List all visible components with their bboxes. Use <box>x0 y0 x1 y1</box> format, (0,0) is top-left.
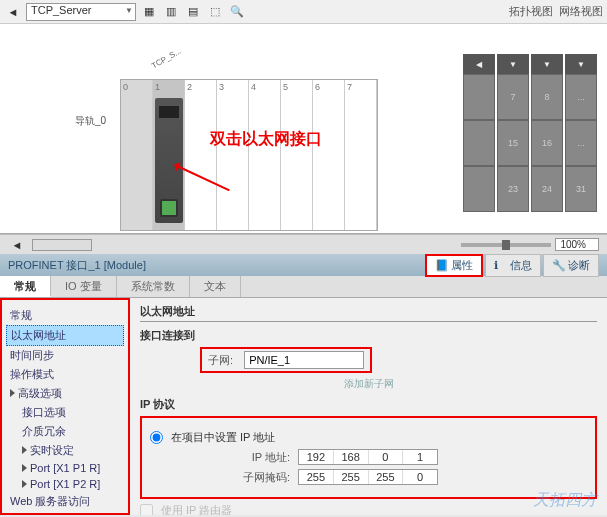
info-icon: ℹ <box>494 259 506 271</box>
collapse-left-icon[interactable]: ◄ <box>8 236 26 254</box>
expand-icon[interactable] <box>10 389 15 397</box>
slot-num: 1 <box>155 82 160 92</box>
side-cell: 8 <box>531 74 563 120</box>
slot-5[interactable]: 5 <box>281 80 313 230</box>
tree-item-realtime[interactable]: 实时设定 <box>6 441 124 460</box>
ip-address-input[interactable]: 192 168 0 1 <box>298 449 438 465</box>
tab-general[interactable]: 常规 <box>0 276 51 297</box>
toolbar-icon-5[interactable]: 🔍 <box>228 3 246 21</box>
section-title: 以太网地址 <box>140 304 597 322</box>
annotation-text: 双击以太网接口 <box>210 129 322 150</box>
ip-octet[interactable]: 192 <box>299 450 334 464</box>
tree-item-general[interactable]: 常规 <box>6 306 124 325</box>
slot-0[interactable]: 0 <box>121 80 153 230</box>
ip-project-radio[interactable] <box>150 431 163 444</box>
ip-label: IP 地址: <box>210 450 290 465</box>
ip-octet[interactable]: 0 <box>403 470 437 484</box>
device-rack: 0 1 2 3 4 5 6 7 <box>120 79 378 231</box>
ip-octet[interactable]: 255 <box>299 470 334 484</box>
slot-num: 5 <box>283 82 288 92</box>
tab-diagnostics[interactable]: 🔧诊断 <box>543 254 599 277</box>
tree-label: 高级选项 <box>18 387 62 399</box>
tree-item-advanced[interactable]: 高级选项 <box>6 384 124 403</box>
ip-octet[interactable]: 255 <box>334 470 369 484</box>
side-slot-table: ◀ ▼ 7 15 23 ▼ 8 16 24 ▼ ... ... 31 <box>463 54 597 212</box>
zoom-value[interactable]: 100% <box>555 238 599 251</box>
zoom-thumb[interactable] <box>502 240 510 250</box>
ip-octet[interactable]: 0 <box>369 450 404 464</box>
tab-properties[interactable]: 📘属性 <box>425 254 483 277</box>
side-cell: ... <box>565 74 597 120</box>
zoom-slider[interactable] <box>461 243 551 247</box>
mask-label: 子网掩码: <box>210 470 290 485</box>
tree-item-port1[interactable]: Port [X1 P1 R] <box>6 460 124 476</box>
tab-label: 诊断 <box>568 258 590 273</box>
expand-icon[interactable] <box>22 480 27 488</box>
tree-item-interface-options[interactable]: 接口选项 <box>6 403 124 422</box>
expand-icon[interactable] <box>22 446 27 454</box>
slot-1-cpu[interactable]: 1 <box>153 80 185 230</box>
side-header[interactable]: ▼ <box>565 54 597 74</box>
side-header[interactable]: ▼ <box>497 54 529 74</box>
side-cell: 7 <box>497 74 529 120</box>
side-cell: 16 <box>531 120 563 166</box>
tree-label: Port [X1 P1 R] <box>30 462 100 474</box>
tree-item-media-redundancy[interactable]: 介质冗余 <box>6 422 124 441</box>
nav-back-icon[interactable]: ◄ <box>4 3 22 21</box>
main-tab-strip: 常规 IO 变量 系统常数 文本 <box>0 276 607 298</box>
ip-octet[interactable]: 255 <box>369 470 404 484</box>
side-cell: ... <box>565 120 597 166</box>
device-view: TCP_S... 导轨_0 0 1 2 3 4 5 6 7 ◀ ▼ 7 15 2… <box>0 24 607 234</box>
content-pane: 以太网地址 接口连接到 子网: 添加新子网 IP 协议 在项目中设置 IP 地址… <box>130 298 607 515</box>
toolbar-icon-2[interactable]: ▥ <box>162 3 180 21</box>
zoom-bar: ◄ 100% <box>0 234 607 254</box>
device-select-dropdown[interactable]: TCP_Server <box>26 3 136 21</box>
tree-item-hwid[interactable]: 硬件标识符 <box>6 511 124 515</box>
view-topology-link[interactable]: 拓扑视图 <box>509 4 553 19</box>
slot-6[interactable]: 6 <box>313 80 345 230</box>
tree-item-webserver[interactable]: Web 服务器访问 <box>6 492 124 511</box>
ethernet-port-icon[interactable] <box>160 199 178 217</box>
toolbar-icon-1[interactable]: ▦ <box>140 3 158 21</box>
subnet-mask-input[interactable]: 255 255 255 0 <box>298 469 438 485</box>
subnet-input[interactable] <box>244 351 364 369</box>
slot-4[interactable]: 4 <box>249 80 281 230</box>
tree-item-port2[interactable]: Port [X1 P2 R] <box>6 476 124 492</box>
h-scrollbar[interactable] <box>32 239 92 251</box>
slot-num: 2 <box>187 82 192 92</box>
side-cell <box>463 120 495 166</box>
rail-label: 导轨_0 <box>75 114 106 128</box>
toolbar-icon-4[interactable]: ⬚ <box>206 3 224 21</box>
tab-label: 属性 <box>451 258 473 273</box>
subsection-ip: IP 协议 <box>140 397 597 412</box>
ip-octet[interactable]: 1 <box>403 450 437 464</box>
ip-project-label: 在项目中设置 IP 地址 <box>171 430 275 445</box>
cpu-screen-icon <box>159 106 179 118</box>
side-header[interactable]: ◀ <box>463 54 495 74</box>
tab-io-vars[interactable]: IO 变量 <box>51 276 117 297</box>
tab-text[interactable]: 文本 <box>190 276 241 297</box>
view-network-link[interactable]: 网络视图 <box>559 4 603 19</box>
side-header[interactable]: ▼ <box>531 54 563 74</box>
slot-2[interactable]: 2 <box>185 80 217 230</box>
add-subnet-link[interactable]: 添加新子网 <box>140 377 597 391</box>
side-cell: 24 <box>531 166 563 212</box>
slot-num: 3 <box>219 82 224 92</box>
slot-7[interactable]: 7 <box>345 80 377 230</box>
slot-3[interactable]: 3 <box>217 80 249 230</box>
properties-area: 常规 以太网地址 时间同步 操作模式 高级选项 接口选项 介质冗余 实时设定 P… <box>0 298 607 515</box>
side-cell: 31 <box>565 166 597 212</box>
toolbar-icon-3[interactable]: ▤ <box>184 3 202 21</box>
side-cell <box>463 166 495 212</box>
properties-title: PROFINET 接口_1 [Module] <box>8 258 146 273</box>
expand-icon[interactable] <box>22 464 27 472</box>
ip-octet[interactable]: 168 <box>334 450 369 464</box>
tree-item-operating-mode[interactable]: 操作模式 <box>6 365 124 384</box>
tree-item-time-sync[interactable]: 时间同步 <box>6 346 124 365</box>
diagnostics-icon: 🔧 <box>552 259 564 271</box>
tab-label: 信息 <box>510 258 532 273</box>
tab-info[interactable]: ℹ信息 <box>485 254 541 277</box>
tab-sys-const[interactable]: 系统常数 <box>117 276 190 297</box>
tree-item-ethernet-address[interactable]: 以太网地址 <box>6 325 124 346</box>
slot-num: 6 <box>315 82 320 92</box>
